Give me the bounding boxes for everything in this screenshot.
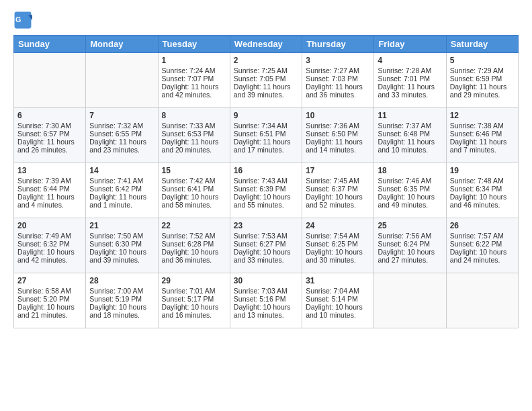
day-info: Sunset: 6:35 PM	[378, 185, 442, 193]
calendar-week-3: 13Sunrise: 7:39 AMSunset: 6:44 PMDayligh…	[14, 163, 519, 218]
day-info: Daylight: 10 hours and 58 minutes.	[162, 193, 226, 209]
calendar-cell: 25Sunrise: 7:56 AMSunset: 6:24 PMDayligh…	[374, 218, 446, 273]
day-info: Sunrise: 7:46 AM	[378, 177, 442, 185]
day-info: Sunset: 6:42 PM	[89, 185, 154, 193]
day-number: 4	[378, 56, 442, 65]
calendar-cell: 28Sunrise: 7:00 AMSunset: 5:19 PMDayligh…	[86, 273, 158, 328]
calendar-cell: 9Sunrise: 7:34 AMSunset: 6:51 PMDaylight…	[230, 108, 302, 163]
day-number: 3	[306, 56, 370, 65]
day-info: Sunset: 7:03 PM	[306, 75, 370, 83]
calendar-week-5: 27Sunrise: 6:58 AMSunset: 5:20 PMDayligh…	[14, 273, 519, 328]
page: G SundayMondayTuesdayWednesdayThursdayFr…	[0, 0, 532, 335]
day-info: Daylight: 11 hours and 20 minutes.	[162, 138, 226, 154]
calendar-cell	[86, 53, 158, 108]
calendar-cell: 23Sunrise: 7:53 AMSunset: 6:27 PMDayligh…	[230, 218, 302, 273]
calendar-cell: 30Sunrise: 7:03 AMSunset: 5:16 PMDayligh…	[230, 273, 302, 328]
calendar-header-sunday: Sunday	[14, 36, 86, 53]
svg-text:G: G	[15, 15, 21, 24]
day-info: Sunrise: 7:24 AM	[162, 66, 226, 75]
day-info: Daylight: 10 hours and 16 minutes.	[162, 303, 226, 319]
day-number: 6	[17, 111, 82, 120]
calendar-cell: 12Sunrise: 7:38 AMSunset: 6:46 PMDayligh…	[446, 108, 518, 163]
day-info: Daylight: 10 hours and 39 minutes.	[89, 248, 154, 264]
day-info: Daylight: 10 hours and 52 minutes.	[306, 193, 370, 209]
day-info: Daylight: 11 hours and 26 minutes.	[17, 138, 82, 154]
day-info: Sunset: 7:05 PM	[234, 75, 298, 83]
day-info: Daylight: 11 hours and 7 minutes.	[450, 138, 515, 154]
day-info: Sunset: 6:53 PM	[162, 130, 226, 138]
calendar-cell: 6Sunrise: 7:30 AMSunset: 6:57 PMDaylight…	[14, 108, 86, 163]
calendar-cell: 13Sunrise: 7:39 AMSunset: 6:44 PMDayligh…	[14, 163, 86, 218]
day-info: Sunrise: 7:36 AM	[306, 122, 370, 130]
day-info: Sunset: 6:44 PM	[17, 185, 82, 193]
calendar-cell	[446, 273, 518, 328]
day-info: Sunset: 6:46 PM	[450, 130, 515, 138]
header: G	[13, 11, 519, 30]
day-info: Sunrise: 7:34 AM	[234, 122, 298, 130]
day-info: Sunrise: 7:45 AM	[306, 177, 370, 185]
calendar-cell: 7Sunrise: 7:32 AMSunset: 6:55 PMDaylight…	[86, 108, 158, 163]
day-number: 31	[306, 276, 370, 285]
day-info: Sunrise: 7:48 AM	[450, 177, 515, 185]
day-info: Sunset: 6:30 PM	[89, 240, 154, 248]
day-info: Sunrise: 7:43 AM	[234, 177, 298, 185]
day-number: 9	[234, 111, 298, 120]
day-info: Daylight: 11 hours and 10 minutes.	[378, 138, 442, 154]
calendar-cell: 5Sunrise: 7:29 AMSunset: 6:59 PMDaylight…	[446, 53, 518, 108]
calendar-cell: 20Sunrise: 7:49 AMSunset: 6:32 PMDayligh…	[14, 218, 86, 273]
calendar-cell: 16Sunrise: 7:43 AMSunset: 6:39 PMDayligh…	[230, 163, 302, 218]
day-info: Daylight: 11 hours and 33 minutes.	[378, 83, 442, 99]
day-info: Sunrise: 7:03 AM	[234, 287, 298, 295]
day-info: Sunrise: 7:29 AM	[450, 66, 515, 75]
day-info: Daylight: 10 hours and 24 minutes.	[450, 248, 515, 264]
day-info: Daylight: 10 hours and 33 minutes.	[234, 248, 298, 264]
day-info: Sunrise: 7:53 AM	[234, 232, 298, 240]
day-info: Daylight: 11 hours and 17 minutes.	[234, 138, 298, 154]
day-info: Sunrise: 7:42 AM	[162, 177, 226, 185]
day-info: Sunset: 6:25 PM	[306, 240, 370, 248]
day-number: 23	[234, 221, 298, 230]
day-number: 29	[162, 276, 226, 285]
day-info: Sunrise: 7:39 AM	[17, 177, 82, 185]
calendar-week-4: 20Sunrise: 7:49 AMSunset: 6:32 PMDayligh…	[14, 218, 519, 273]
day-number: 27	[17, 276, 82, 285]
calendar-header-monday: Monday	[86, 36, 158, 53]
day-info: Daylight: 10 hours and 55 minutes.	[234, 193, 298, 209]
day-info: Sunset: 7:01 PM	[378, 75, 442, 83]
day-info: Sunset: 5:19 PM	[89, 295, 154, 303]
calendar-header-friday: Friday	[374, 36, 446, 53]
day-info: Sunrise: 6:58 AM	[17, 287, 82, 295]
calendar-header-row: SundayMondayTuesdayWednesdayThursdayFrid…	[14, 36, 519, 53]
calendar-cell	[374, 273, 446, 328]
day-number: 7	[89, 111, 154, 120]
calendar-cell: 10Sunrise: 7:36 AMSunset: 6:50 PMDayligh…	[302, 108, 374, 163]
day-info: Sunset: 6:34 PM	[450, 185, 515, 193]
day-number: 19	[450, 166, 515, 175]
day-number: 22	[162, 221, 226, 230]
day-info: Sunset: 6:48 PM	[378, 130, 442, 138]
day-info: Daylight: 10 hours and 13 minutes.	[234, 303, 298, 319]
day-info: Sunrise: 7:00 AM	[89, 287, 154, 295]
day-number: 15	[162, 166, 226, 175]
day-number: 10	[306, 111, 370, 120]
day-info: Sunrise: 7:57 AM	[450, 232, 515, 240]
day-info: Daylight: 11 hours and 39 minutes.	[234, 83, 298, 99]
day-info: Sunrise: 7:56 AM	[378, 232, 442, 240]
day-info: Sunset: 5:17 PM	[162, 295, 226, 303]
day-info: Sunrise: 7:25 AM	[234, 66, 298, 75]
day-info: Sunset: 6:28 PM	[162, 240, 226, 248]
calendar-cell: 8Sunrise: 7:33 AMSunset: 6:53 PMDaylight…	[158, 108, 230, 163]
calendar-cell: 24Sunrise: 7:54 AMSunset: 6:25 PMDayligh…	[302, 218, 374, 273]
day-number: 16	[234, 166, 298, 175]
day-info: Sunset: 6:24 PM	[378, 240, 442, 248]
day-info: Sunrise: 7:32 AM	[89, 122, 154, 130]
day-number: 18	[378, 166, 442, 175]
day-number: 2	[234, 56, 298, 65]
calendar-cell: 26Sunrise: 7:57 AMSunset: 6:22 PMDayligh…	[446, 218, 518, 273]
day-info: Sunset: 6:51 PM	[234, 130, 298, 138]
day-info: Sunrise: 7:52 AM	[162, 232, 226, 240]
day-info: Sunset: 5:16 PM	[234, 295, 298, 303]
day-info: Daylight: 11 hours and 42 minutes.	[162, 83, 226, 99]
day-info: Sunset: 6:39 PM	[234, 185, 298, 193]
calendar-cell: 2Sunrise: 7:25 AMSunset: 7:05 PMDaylight…	[230, 53, 302, 108]
